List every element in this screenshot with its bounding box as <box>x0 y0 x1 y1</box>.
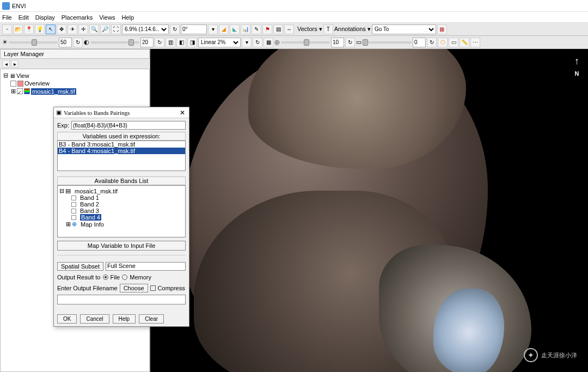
vectors-dropdown[interactable]: Vectors ▾ <box>297 26 322 33</box>
menu-views[interactable]: Views <box>99 14 115 21</box>
radio-memory[interactable] <box>122 275 127 280</box>
band1-box[interactable] <box>71 196 76 200</box>
radio-file-label: File <box>111 274 120 280</box>
stretch-combo[interactable]: Linear 2% <box>198 38 241 47</box>
var-b4[interactable]: B4 - Band 4:mosaic1_msk.tif <box>58 148 185 154</box>
flag-icon[interactable]: ⚑ <box>262 25 272 34</box>
stretch-a-icon[interactable]: ◧ <box>176 38 186 47</box>
band4-label[interactable]: Band 4 <box>80 214 101 221</box>
histogram-icon[interactable]: ▥ <box>166 38 175 47</box>
contrast-reset-icon[interactable]: ↻ <box>155 38 164 47</box>
text-icon[interactable]: T <box>323 25 333 34</box>
output-filename-input[interactable] <box>57 295 186 304</box>
lm-tool-2-icon[interactable]: ▸ <box>11 60 19 68</box>
zoom-fit-icon[interactable]: ⛶ <box>111 25 121 34</box>
ok-button[interactable]: OK <box>57 314 77 324</box>
layer-manager-title: Layer Manager <box>0 49 150 59</box>
map-variable-button[interactable]: Map Variable to Input File <box>57 241 186 251</box>
choose-button[interactable]: Choose <box>120 284 148 292</box>
open-icon[interactable]: 📂 <box>13 25 23 34</box>
image-viewport[interactable]: ↑N ✦ 走天涯徐小洋 <box>150 49 588 372</box>
new-icon[interactable]: ▫ <box>2 25 12 34</box>
zoom-out-icon[interactable]: 🔎 <box>100 25 110 34</box>
tree-collapse-icon[interactable]: ⊟ <box>59 187 64 194</box>
mapinfo-label[interactable]: Map Info <box>81 221 104 228</box>
clear-button[interactable]: Clear <box>139 314 164 324</box>
cursor-icon[interactable]: ↖ <box>46 25 56 34</box>
brightness-reset-icon[interactable]: ↻ <box>73 38 83 47</box>
transparency-value[interactable] <box>413 38 426 47</box>
zoom-combo[interactable]: 6.9% (1:14.6… <box>122 25 169 34</box>
overview-swatch <box>17 81 23 87</box>
stretch-dropdown-icon[interactable]: ▾ <box>242 38 252 47</box>
band3-label[interactable]: Band 3 <box>80 208 99 214</box>
chip-icon[interactable]: ▦ <box>437 25 447 34</box>
spatial-subset-button[interactable]: Spatial Subset <box>57 262 103 271</box>
layer-checkbox[interactable] <box>17 88 23 94</box>
menu-edit[interactable]: Edit <box>19 14 29 21</box>
rotation-dropdown-icon[interactable]: ▾ <box>208 25 218 34</box>
close-icon[interactable]: ✕ <box>178 109 187 117</box>
measure-icon[interactable]: ↔ <box>284 25 294 34</box>
ruler-icon[interactable]: 📏 <box>460 38 469 47</box>
brightness-slider[interactable]: ☀ <box>2 39 58 46</box>
help-button[interactable]: Help <box>113 314 136 324</box>
bands-tree[interactable]: ⊟▤ mosaic1_msk.tif Band 1 Band 2 Band 3 … <box>57 185 186 237</box>
variables-list[interactable]: B3 - Band 3:mosaic1_msk.tif B4 - Band 4:… <box>57 141 186 171</box>
brightness-value[interactable] <box>59 38 72 47</box>
goto-combo[interactable]: Go To <box>372 25 436 34</box>
band3-box[interactable] <box>71 209 76 214</box>
menu-file[interactable]: File <box>2 14 12 21</box>
compress-checkbox[interactable] <box>150 285 156 291</box>
band4-box[interactable] <box>71 215 76 220</box>
crosshair-icon[interactable]: ✛ <box>78 25 88 34</box>
cancel-button[interactable]: Cancel <box>80 314 109 324</box>
var-b3[interactable]: B3 - Band 3:mosaic1_msk.tif <box>58 141 185 148</box>
window-titlebar: ENVI <box>0 0 588 12</box>
refresh-icon[interactable]: ↻ <box>170 25 180 34</box>
tool-b-icon[interactable]: ◣ <box>230 25 240 34</box>
rotation-input[interactable] <box>181 25 207 34</box>
overview-label[interactable]: Overview <box>24 80 50 87</box>
lm-tool-1-icon[interactable]: ◂ <box>2 60 10 68</box>
spatial-subset-value: Full Scene <box>106 262 186 271</box>
pan-icon[interactable]: ✥ <box>57 25 66 34</box>
pin-icon[interactable]: 📍 <box>24 25 34 34</box>
misc-icon[interactable]: ⋯ <box>470 38 480 47</box>
sharpen-slider[interactable]: ◎ <box>274 39 330 46</box>
rect-icon[interactable]: ▭ <box>449 38 458 47</box>
chart-icon[interactable]: 📊 <box>241 25 250 34</box>
sharpen-value[interactable] <box>331 38 344 47</box>
band2-label[interactable]: Band 2 <box>80 201 99 208</box>
fly-icon[interactable]: ✈ <box>68 25 77 34</box>
menu-display[interactable]: Display <box>35 14 55 21</box>
zoom-in-icon[interactable]: 🔍 <box>89 25 99 34</box>
bands-file[interactable]: mosaic1_msk.tif <box>75 188 118 194</box>
menu-placemarks[interactable]: Placemarks <box>62 14 93 21</box>
overview-checkbox[interactable] <box>10 81 16 87</box>
stack-icon[interactable]: ▤ <box>273 25 283 34</box>
dialog-titlebar[interactable]: ▣ Variables to Bands Pairings ✕ <box>54 107 189 118</box>
contrast-value[interactable] <box>140 38 154 47</box>
tree-expand2-icon[interactable]: ⊞ <box>66 221 71 228</box>
poly-icon[interactable]: ⬠ <box>438 38 448 47</box>
tree-expand-icon[interactable]: ⊟ <box>3 72 8 79</box>
layer-label[interactable]: mosaic1_msk.tif <box>31 88 76 95</box>
transparency-reset-icon[interactable]: ↻ <box>427 38 437 47</box>
band2-box[interactable] <box>71 202 76 207</box>
edit-icon[interactable]: ✎ <box>252 25 261 34</box>
layer-expand-icon[interactable]: ⊞ <box>10 88 16 95</box>
band1-label[interactable]: Band 1 <box>80 194 99 201</box>
stretch-reset-icon[interactable]: ↻ <box>253 38 262 47</box>
stretch-b-icon[interactable]: ◨ <box>187 38 197 47</box>
radio-file[interactable] <box>103 275 108 280</box>
annotations-dropdown[interactable]: Annotations ▾ <box>334 26 371 33</box>
bulb-icon[interactable]: 💡 <box>35 25 45 34</box>
grid-icon[interactable]: ▦ <box>264 38 273 47</box>
menu-help[interactable]: Help <box>121 14 134 21</box>
expression-input[interactable] <box>71 121 186 130</box>
sharpen-reset-icon[interactable]: ↻ <box>345 38 355 47</box>
contrast-slider[interactable]: ◐ <box>84 39 139 46</box>
tool-a-icon[interactable]: ◢ <box>219 25 229 34</box>
transparency-slider[interactable]: ▭ <box>356 39 412 46</box>
